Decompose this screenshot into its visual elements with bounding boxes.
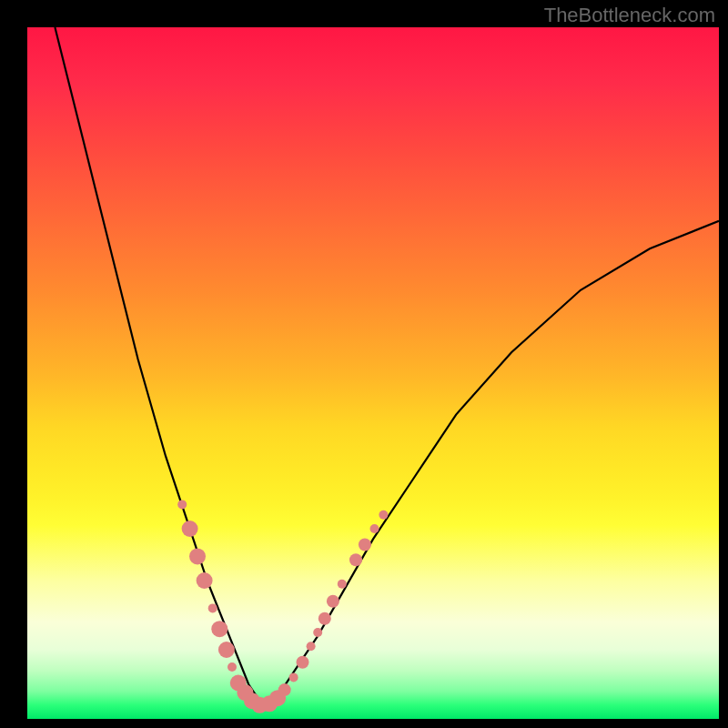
curve-path: [55, 27, 719, 705]
marker-point: [318, 612, 331, 625]
chart-container: TheBottleneck.com: [0, 0, 728, 728]
marker-point: [278, 683, 291, 696]
marker-point: [211, 621, 228, 637]
marker-point: [359, 539, 371, 551]
marker-point: [297, 656, 309, 669]
marker-point: [307, 642, 316, 651]
curve-line: [55, 27, 719, 705]
marker-point: [327, 595, 339, 608]
chart-svg: [27, 27, 719, 719]
marker-point: [177, 500, 187, 509]
marker-point: [218, 642, 235, 658]
marker-point: [289, 672, 298, 682]
marker-point: [379, 511, 388, 520]
marker-point: [182, 521, 198, 537]
marker-point: [370, 524, 379, 533]
marker-point: [228, 662, 237, 672]
watermark-text: TheBottleneck.com: [544, 4, 715, 27]
marker-point: [313, 628, 322, 637]
plot-area: [27, 27, 719, 719]
marker-point: [189, 548, 206, 564]
marker-point: [208, 603, 217, 612]
marker-group: [177, 500, 388, 713]
marker-point: [338, 580, 347, 589]
marker-point: [349, 553, 362, 566]
marker-point: [197, 572, 213, 589]
